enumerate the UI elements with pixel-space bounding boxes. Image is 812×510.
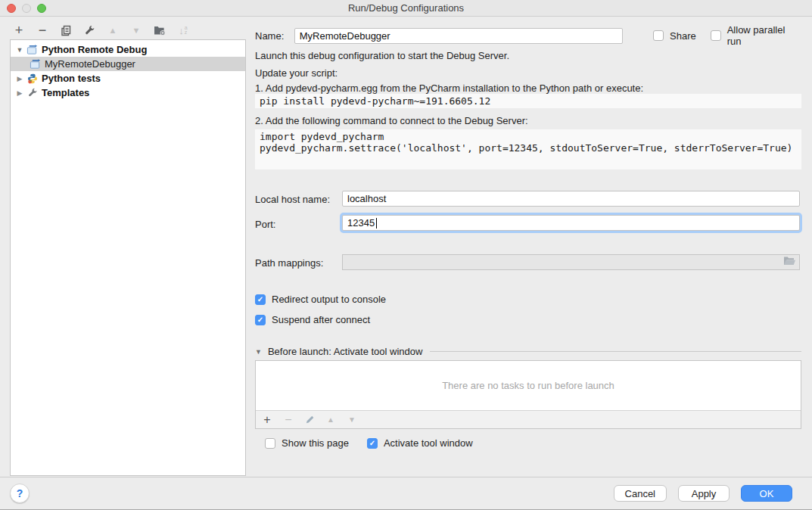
activate-tool-window-label: Activate tool window bbox=[384, 437, 473, 449]
before-launch-tasks-panel: There are no tasks to run before launch … bbox=[255, 360, 801, 429]
run-config-icon bbox=[26, 44, 39, 55]
run-config-icon bbox=[29, 58, 42, 70]
activate-tool-window-checkbox[interactable]: ✓ bbox=[367, 438, 378, 449]
tree-item-label: Python tests bbox=[42, 73, 101, 84]
chevron-collapsed-icon[interactable]: ▶ bbox=[11, 89, 26, 97]
tree-item-label: Templates bbox=[42, 87, 89, 98]
tasks-toolbar: + − ▲ ▼ bbox=[256, 410, 801, 428]
instruction-launch: Launch this debug configuration to start… bbox=[255, 50, 509, 61]
suspend-after-connect-checkbox[interactable]: ✓ bbox=[255, 315, 266, 325]
help-button[interactable]: ? bbox=[10, 484, 30, 503]
settrace-code-line2: pydevd_pycharm.settrace('localhost', por… bbox=[260, 142, 797, 154]
configurations-tree: ▼ Python Remote Debug MyRemoteDebugger ▶… bbox=[10, 39, 246, 476]
section-rule bbox=[430, 351, 801, 352]
tasks-empty-message: There are no tasks to run before launch bbox=[256, 361, 801, 410]
tree-item-python-tests[interactable]: ▶ Python tests bbox=[11, 71, 245, 86]
ok-button[interactable]: OK bbox=[741, 485, 792, 502]
add-icon[interactable]: + bbox=[12, 23, 26, 37]
section-collapse-icon[interactable]: ▼ bbox=[255, 348, 262, 356]
show-this-page-checkbox[interactable] bbox=[265, 438, 275, 449]
traffic-lights bbox=[7, 4, 46, 13]
question-mark-icon: ? bbox=[17, 487, 23, 499]
suspend-after-connect-label: Suspend after connect bbox=[272, 314, 370, 325]
run-debug-configurations-dialog: Run/Debug Configurations + − ▲ ▼ ↓az ▼ P… bbox=[0, 0, 812, 510]
show-this-page-label: Show this page bbox=[282, 437, 349, 449]
name-input[interactable] bbox=[294, 28, 624, 44]
tree-item-label: MyRemoteDebugger bbox=[45, 58, 135, 70]
share-checkbox[interactable] bbox=[653, 30, 664, 41]
minimize-window-icon bbox=[22, 4, 31, 13]
tree-item-python-remote-debug[interactable]: ▼ Python Remote Debug bbox=[11, 42, 245, 57]
copy-icon[interactable] bbox=[59, 23, 73, 37]
allow-parallel-checkbox-row: Allow parallel run bbox=[711, 24, 801, 47]
dialog-footer: ? Cancel Apply OK bbox=[0, 477, 812, 509]
instruction-step2: 2. Add the following command to connect … bbox=[255, 115, 528, 126]
edit-defaults-wrench-icon[interactable] bbox=[82, 23, 96, 37]
instruction-step1: 1. Add pydevd-pycharm.egg from the PyCha… bbox=[255, 82, 643, 94]
instruction-update-script: Update your script: bbox=[255, 67, 338, 79]
before-launch-section-header[interactable]: ▼ Before launch: Activate tool window bbox=[255, 346, 801, 357]
path-mappings-field[interactable] bbox=[342, 254, 800, 270]
wrench-icon bbox=[26, 87, 39, 98]
port-input[interactable] bbox=[342, 215, 800, 231]
chevron-collapsed-icon[interactable]: ▶ bbox=[11, 75, 26, 82]
text-caret bbox=[376, 218, 377, 229]
share-label: Share bbox=[670, 30, 696, 42]
settrace-code-block: import pydevd_pycharm pydevd_pycharm.set… bbox=[255, 129, 801, 169]
redirect-output-checkbox[interactable]: ✓ bbox=[255, 294, 266, 305]
pip-install-code: pip install pydevd-pycharm~=191.6605.12 bbox=[255, 94, 801, 108]
page-options-row: Show this page ✓ Activate tool window bbox=[265, 437, 473, 449]
move-down-icon: ▼ bbox=[129, 23, 143, 37]
python-tests-icon bbox=[26, 73, 39, 84]
zoom-window-icon[interactable] bbox=[37, 4, 46, 13]
local-host-input[interactable] bbox=[342, 191, 800, 207]
tree-item-label: Python Remote Debug bbox=[42, 44, 147, 55]
share-checkbox-row: Share bbox=[653, 30, 696, 42]
allow-parallel-run-label: Allow parallel run bbox=[727, 24, 801, 47]
add-task-icon[interactable]: + bbox=[262, 413, 272, 427]
local-host-label: Local host name: bbox=[255, 194, 330, 205]
configurations-toolbar: + − ▲ ▼ ↓az bbox=[12, 23, 190, 38]
new-folder-icon[interactable] bbox=[153, 23, 166, 37]
name-label: Name: bbox=[255, 30, 294, 42]
chevron-expanded-icon[interactable]: ▼ bbox=[11, 46, 26, 54]
tree-item-templates[interactable]: ▶ Templates bbox=[11, 86, 245, 100]
configuration-editor: Name: Share Allow parallel run Launch th… bbox=[255, 0, 801, 477]
move-task-down-icon: ▼ bbox=[347, 415, 357, 424]
before-launch-title: Before launch: Activate tool window bbox=[268, 346, 423, 357]
edit-task-icon bbox=[304, 415, 315, 424]
cancel-button[interactable]: Cancel bbox=[614, 485, 667, 502]
move-up-icon: ▲ bbox=[106, 23, 120, 37]
browse-folder-icon[interactable] bbox=[783, 256, 796, 269]
remove-task-icon: − bbox=[283, 413, 294, 427]
remove-icon[interactable]: − bbox=[36, 23, 49, 37]
suspend-after-connect-row: ✓ Suspend after connect bbox=[255, 314, 370, 325]
allow-parallel-run-checkbox[interactable] bbox=[711, 30, 721, 41]
move-task-up-icon: ▲ bbox=[325, 415, 336, 424]
port-label: Port: bbox=[255, 219, 275, 230]
sort-alphabetically-icon: ↓az bbox=[176, 23, 190, 37]
settrace-code-line1: import pydevd_pycharm bbox=[260, 131, 797, 142]
path-mappings-label: Path mappings: bbox=[255, 257, 323, 269]
redirect-output-row: ✓ Redirect output to console bbox=[255, 294, 386, 305]
tree-item-myremotedebugger[interactable]: MyRemoteDebugger bbox=[11, 57, 245, 71]
close-window-icon[interactable] bbox=[7, 4, 16, 13]
redirect-output-label: Redirect output to console bbox=[272, 294, 386, 305]
apply-button[interactable]: Apply bbox=[678, 485, 730, 502]
